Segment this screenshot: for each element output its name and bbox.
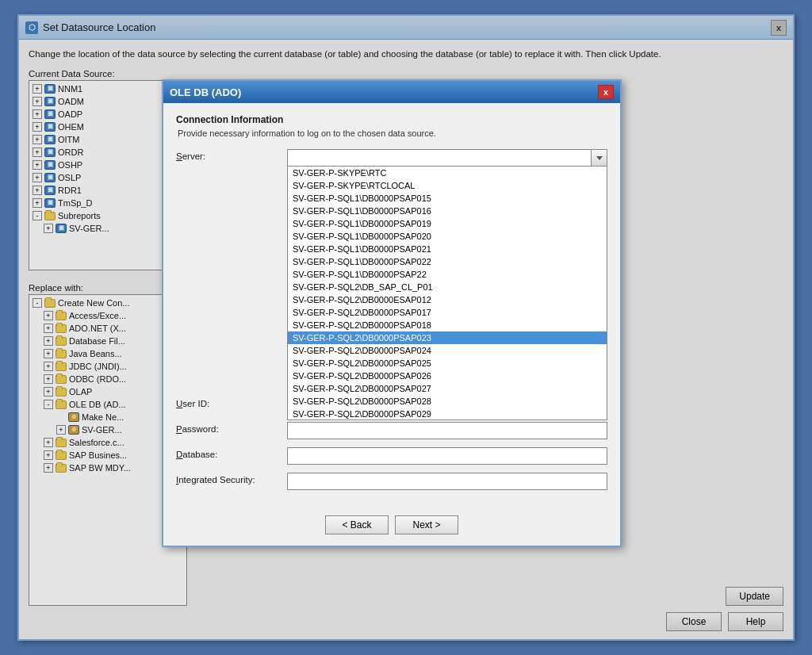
database-label: Database: <box>176 447 287 459</box>
modal-bottom: < Back Next > <box>163 509 620 546</box>
password-row: Password: <box>176 422 607 439</box>
server-option-15[interactable]: SV-GER-P-SQL2\DB0000PSAP025 <box>288 357 607 370</box>
modal-overlay: OLE DB (ADO) x Connection Information Pr… <box>19 16 793 639</box>
server-option-0[interactable]: SV-GER-P-SKYPE\RTC <box>288 167 607 179</box>
next-button[interactable]: Next > <box>395 515 458 534</box>
modal-body: Connection Information Provide necessary… <box>163 103 620 509</box>
server-label: Server: <box>176 149 287 161</box>
server-option-11[interactable]: SV-GER-P-SQL2\DB0000PSAP017 <box>288 306 607 319</box>
server-option-6[interactable]: SV-GER-P-SQL1\DB0000PSAP021 <box>288 243 607 255</box>
password-label: Password: <box>176 422 287 434</box>
userid-label: User ID: <box>176 396 287 408</box>
server-option-9[interactable]: SV-GER-P-SQL2\DB_SAP_CL_P01 <box>288 281 607 293</box>
integrated-security-input[interactable] <box>287 473 607 490</box>
password-underline: P <box>176 424 182 434</box>
password-control <box>287 422 607 439</box>
server-dropdown-list[interactable]: SV-GER-P-SKYPE\RTC SV-GER-P-SKYPE\RTCLOC… <box>287 167 607 420</box>
server-input-row <box>287 149 607 167</box>
modal-title: OLE DB (ADO) <box>170 86 241 98</box>
server-row: Server: SV-GER-P-SKYPE\RTC SV-GER-P-SKYP… <box>176 149 607 167</box>
server-option-19[interactable]: SV-GER-P-SQL2\DB0000PSAP029 <box>288 408 607 420</box>
database-input[interactable] <box>287 447 607 465</box>
integrated-security-underline: I <box>176 475 178 485</box>
userid-underline: U <box>176 399 182 408</box>
database-control <box>287 447 607 465</box>
server-dropdown-button[interactable] <box>592 149 607 167</box>
conn-info-desc: Provide necessary information to log on … <box>176 128 607 138</box>
server-option-17[interactable]: SV-GER-P-SQL2\DB0000PSAP027 <box>288 382 607 395</box>
server-option-3[interactable]: SV-GER-P-SQL1\DB0000PSAP016 <box>288 205 607 217</box>
modal-close-button[interactable]: x <box>598 85 614 99</box>
conn-info-title: Connection Information <box>176 114 607 125</box>
server-option-7[interactable]: SV-GER-P-SQL1\DB0000PSAP022 <box>288 255 607 268</box>
server-control-area: SV-GER-P-SKYPE\RTC SV-GER-P-SKYPE\RTCLOC… <box>287 149 607 167</box>
integrated-security-row: Integrated Security: <box>176 473 607 490</box>
server-option-4[interactable]: SV-GER-P-SQL1\DB0000PSAP019 <box>288 217 607 230</box>
database-row: Database: <box>176 447 607 465</box>
password-input[interactable] <box>287 422 607 439</box>
server-option-10[interactable]: SV-GER-P-SQL2\DB0000ESAP012 <box>288 293 607 306</box>
server-option-2[interactable]: SV-GER-P-SQL1\DB0000PSAP015 <box>288 192 607 205</box>
back-button[interactable]: < Back <box>325 515 389 534</box>
server-option-5[interactable]: SV-GER-P-SQL1\DB0000PSAP020 <box>288 230 607 243</box>
modal-titlebar: OLE DB (ADO) x <box>163 81 620 103</box>
server-option-16[interactable]: SV-GER-P-SQL2\DB0000PSAP026 <box>288 370 607 382</box>
server-underline: S <box>176 151 182 161</box>
integrated-security-label: Integrated Security: <box>176 473 287 485</box>
main-window: ⬡ Set Datasource Location x Change the l… <box>17 14 795 641</box>
integrated-security-control <box>287 473 607 490</box>
ole-db-modal: OLE DB (ADO) x Connection Information Pr… <box>162 79 622 547</box>
server-option-8[interactable]: SV-GER-P-SQL1\DB0000PSAP22 <box>288 268 607 281</box>
server-option-1[interactable]: SV-GER-P-SKYPE\RTCLOCAL <box>288 179 607 192</box>
server-input[interactable] <box>287 149 592 167</box>
server-option-14[interactable]: SV-GER-P-SQL2\DB0000PSAP024 <box>288 344 607 357</box>
server-option-13[interactable]: SV-GER-P-SQL2\DB0000PSAP023 <box>288 331 607 344</box>
database-underline: D <box>176 450 182 459</box>
server-option-12[interactable]: SV-GER-P-SQL2\DB0000PSAP018 <box>288 319 607 331</box>
server-option-18[interactable]: SV-GER-P-SQL2\DB0000PSAP028 <box>288 395 607 408</box>
dropdown-arrow-icon <box>596 156 603 160</box>
